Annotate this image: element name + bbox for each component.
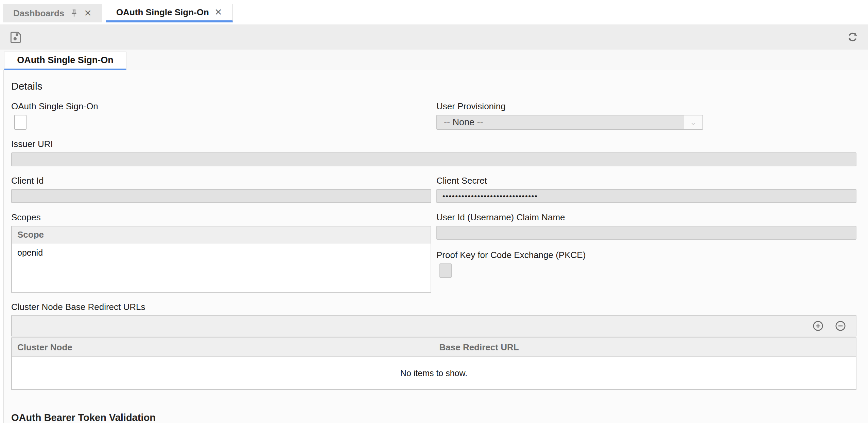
- cluster-urls-toolbar: [11, 315, 856, 336]
- tab-oauth-label: OAuth Single Sign-On: [116, 7, 209, 18]
- tab-dashboards-label: Dashboards: [13, 8, 64, 19]
- pin-icon: [70, 9, 79, 18]
- field-issuer-uri: Issuer URI: [11, 139, 856, 166]
- client-secret-input[interactable]: ••••••••••••••••••••••••••••••: [436, 189, 856, 203]
- client-secret-label: Client Secret: [436, 176, 856, 186]
- close-icon[interactable]: ✕: [214, 8, 222, 17]
- field-cluster-urls: Cluster Node Base Redirect URLs Cluster …: [11, 302, 856, 390]
- issuer-uri-label: Issuer URI: [11, 139, 856, 149]
- chevron-down-icon: ⌄: [684, 115, 702, 129]
- pkce-checkbox[interactable]: [439, 263, 452, 278]
- subtab-row: OAuth Single Sign-On: [0, 50, 868, 70]
- scopes-table: Scope openid: [11, 226, 431, 293]
- circle-plus-icon[interactable]: [812, 320, 824, 332]
- toolbar: [0, 24, 868, 50]
- tab-dashboards[interactable]: Dashboards ✕: [3, 4, 102, 22]
- empty-table-message: No items to show.: [400, 368, 467, 378]
- scopes-label: Scopes: [11, 212, 431, 223]
- oauth-sso-label: OAuth Single Sign-On: [11, 101, 431, 112]
- user-provisioning-select[interactable]: -- None -- ⌄: [436, 115, 703, 130]
- tab-oauth-single-sign-on[interactable]: OAuth Single Sign-On ✕: [106, 4, 233, 22]
- refresh-icon[interactable]: [846, 31, 859, 43]
- settings-panel: Details OAuth Single Sign-On User Provis…: [3, 70, 868, 423]
- details-heading: Details: [11, 80, 856, 92]
- oauth-sso-checkbox[interactable]: [14, 115, 27, 130]
- user-id-claim-input[interactable]: [436, 226, 856, 240]
- cluster-urls-table: Cluster Node Base Redirect URL No items …: [11, 337, 856, 390]
- client-id-input[interactable]: [11, 189, 431, 203]
- bearer-heading: OAuth Bearer Token Validation: [11, 412, 856, 423]
- user-id-claim-label: User Id (Username) Claim Name: [436, 212, 856, 223]
- pkce-label: Proof Key for Code Exchange (PKCE): [436, 250, 856, 260]
- close-icon[interactable]: ✕: [84, 9, 92, 18]
- field-scopes: Scopes Scope openid: [11, 212, 431, 293]
- field-user-id-claim: User Id (Username) Claim Name: [436, 212, 856, 240]
- subtab-label: OAuth Single Sign-On: [17, 55, 113, 66]
- base-redirect-url-column-header: Base Redirect URL: [434, 342, 856, 353]
- scope-column-header: Scope: [12, 229, 49, 240]
- field-client-id: Client Id: [11, 176, 431, 203]
- subtab-oauth-single-sign-on[interactable]: OAuth Single Sign-On: [4, 52, 126, 70]
- window-tab-strip: Dashboards ✕ OAuth Single Sign-On ✕: [0, 0, 868, 22]
- cluster-node-column-header: Cluster Node: [12, 342, 434, 353]
- user-provisioning-value: -- None --: [444, 117, 483, 128]
- field-pkce: Proof Key for Code Exchange (PKCE): [436, 250, 856, 278]
- user-provisioning-label: User Provisioning: [436, 101, 856, 112]
- cluster-urls-label: Cluster Node Base Redirect URLs: [11, 302, 856, 312]
- issuer-uri-input[interactable]: [11, 152, 856, 166]
- field-client-secret: Client Secret ••••••••••••••••••••••••••…: [436, 176, 856, 203]
- right-stack: User Id (Username) Claim Name Proof Key …: [436, 212, 856, 293]
- field-user-provisioning: User Provisioning -- None -- ⌄: [436, 101, 856, 130]
- scope-row-openid[interactable]: openid: [12, 243, 431, 262]
- bearer-section: OAuth Bearer Token Validation None Opaqu…: [11, 412, 856, 423]
- client-id-label: Client Id: [11, 176, 431, 186]
- save-icon[interactable]: [9, 30, 22, 44]
- field-oauth-sso: OAuth Single Sign-On: [11, 101, 431, 130]
- circle-minus-icon[interactable]: [835, 320, 846, 332]
